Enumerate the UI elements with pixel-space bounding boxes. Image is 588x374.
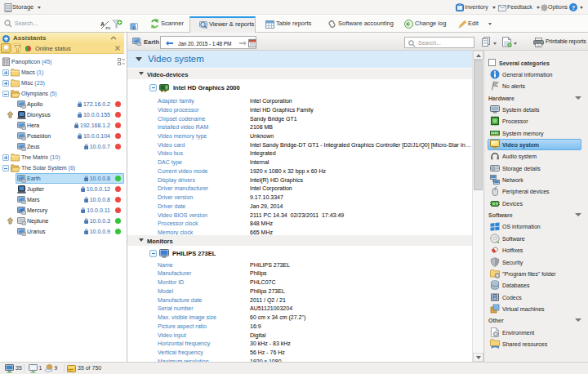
svg-text:zp: zp [105, 25, 111, 29]
svg-text:?: ? [572, 4, 576, 11]
